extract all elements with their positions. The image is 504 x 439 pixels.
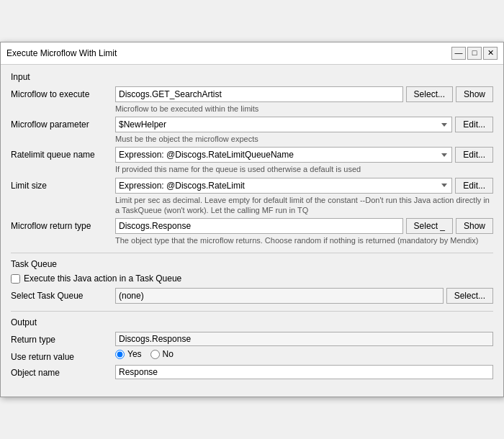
limit-size-edit-btn[interactable]: Edit...: [455, 178, 493, 194]
select-task-queue-label: Select Task Queue: [11, 288, 115, 301]
task-queue-section: Task Queue Execute this Java action in a…: [11, 259, 493, 304]
microflow-execute-input-row: Select... Show: [115, 86, 493, 102]
microflow-return-input-row: Select _ Show: [115, 218, 493, 234]
object-name-input[interactable]: [115, 365, 493, 379]
object-name-label: Object name: [11, 365, 115, 378]
microflow-execute-label: Microflow to execute: [11, 86, 115, 99]
return-type-input: [115, 332, 493, 346]
return-type-controls: [115, 332, 493, 346]
microflow-execute-hint: Microflow to be executed within the limi…: [115, 104, 493, 114]
minimize-button[interactable]: —: [451, 47, 466, 60]
select-task-queue-input: [115, 288, 444, 304]
limit-size-controls: Expression: @Discogs.RateLimit Edit... L…: [115, 178, 493, 216]
limit-size-hint: Limit per sec as decimal. Leave empty fo…: [115, 195, 493, 216]
microflow-parameter-hint: Must be the object the microflow expects: [115, 134, 493, 144]
use-return-yes-option: Yes: [115, 349, 142, 359]
section-divider-2: [11, 311, 493, 312]
limit-size-row: Limit size Expression: @Discogs.RateLimi…: [11, 178, 493, 216]
title-bar: Execute Microflow With Limit — □ ✕: [1, 42, 503, 65]
microflow-execute-input[interactable]: [115, 86, 403, 102]
microflow-execute-show-btn[interactable]: Show: [456, 86, 493, 102]
ratelimit-queue-controls: Expression: @Discogs.RateLimitQueueName …: [115, 147, 493, 174]
microflow-parameter-controls: $NewHelper Edit... Must be the object th…: [115, 117, 493, 144]
input-section: Input Microflow to execute Select... Sho…: [11, 72, 493, 246]
return-type-label: Return type: [11, 332, 115, 345]
ratelimit-queue-hint: If provided this name for the queue is u…: [115, 164, 493, 174]
use-return-label: Use return value: [11, 349, 115, 362]
select-task-queue-row: Select Task Queue Select...: [11, 288, 493, 304]
task-queue-checkbox-row: Execute this Java action in a Task Queue: [11, 273, 493, 284]
select-task-queue-input-row: Select...: [115, 288, 493, 304]
microflow-parameter-label: Microflow parameter: [11, 117, 115, 130]
limit-size-label: Limit size: [11, 178, 115, 191]
microflow-return-input[interactable]: [115, 218, 403, 234]
main-window: Execute Microflow With Limit — □ ✕ Input…: [0, 42, 504, 398]
output-section-label: Output: [11, 317, 493, 327]
microflow-parameter-select[interactable]: $NewHelper: [115, 117, 452, 132]
limit-size-select[interactable]: Expression: @Discogs.RateLimit: [115, 178, 452, 194]
microflow-return-show-btn[interactable]: Show: [456, 218, 493, 234]
window-title: Execute Microflow With Limit: [6, 48, 117, 58]
object-name-row: Object name: [11, 365, 493, 379]
return-type-row: Return type: [11, 332, 493, 346]
use-return-yes-label: Yes: [127, 349, 142, 359]
microflow-return-hint: The object type that the microflow retur…: [115, 235, 493, 245]
use-return-radio-row: Yes No: [115, 349, 493, 359]
section-divider-1: [11, 253, 493, 253]
output-section: Output Return type Use return value Yes: [11, 317, 493, 379]
use-return-no-label: No: [163, 349, 174, 359]
ratelimit-queue-edit-btn[interactable]: Edit...: [455, 147, 493, 163]
maximize-button[interactable]: □: [467, 47, 482, 60]
microflow-execute-select-btn[interactable]: Select...: [406, 86, 453, 102]
object-name-controls: [115, 365, 493, 379]
input-section-label: Input: [11, 72, 493, 82]
ratelimit-queue-label: Ratelimit queue name: [11, 147, 115, 160]
select-task-queue-controls: Select...: [115, 288, 493, 304]
ratelimit-queue-input-row: Expression: @Discogs.RateLimitQueueName …: [115, 147, 493, 163]
use-return-row: Use return value Yes No: [11, 349, 493, 362]
task-queue-section-label: Task Queue: [11, 259, 493, 269]
microflow-execute-controls: Select... Show Microflow to be executed …: [115, 86, 493, 114]
microflow-return-select-btn[interactable]: Select _: [406, 218, 453, 234]
limit-size-input-row: Expression: @Discogs.RateLimit Edit...: [115, 178, 493, 194]
task-queue-checkbox-label: Execute this Java action in a Task Queue: [24, 273, 181, 284]
content-area: Input Microflow to execute Select... Sho…: [1, 65, 503, 397]
close-button[interactable]: ✕: [483, 47, 498, 60]
window-controls: — □ ✕: [451, 47, 498, 60]
use-return-no-radio[interactable]: [150, 350, 160, 359]
microflow-parameter-input-row: $NewHelper Edit...: [115, 117, 493, 132]
select-task-queue-btn[interactable]: Select...: [446, 288, 493, 304]
microflow-parameter-edit-btn[interactable]: Edit...: [455, 117, 493, 132]
use-return-yes-radio[interactable]: [115, 350, 125, 359]
microflow-return-row: Microflow return type Select _ Show The …: [11, 218, 493, 245]
use-return-no-option: No: [150, 349, 174, 359]
microflow-return-controls: Select _ Show The object type that the m…: [115, 218, 493, 245]
task-queue-checkbox[interactable]: [11, 274, 20, 284]
ratelimit-queue-row: Ratelimit queue name Expression: @Discog…: [11, 147, 493, 174]
microflow-parameter-row: Microflow parameter $NewHelper Edit... M…: [11, 117, 493, 144]
microflow-return-label: Microflow return type: [11, 218, 115, 231]
ratelimit-queue-select[interactable]: Expression: @Discogs.RateLimitQueueName: [115, 147, 452, 163]
microflow-execute-row: Microflow to execute Select... Show Micr…: [11, 86, 493, 114]
use-return-controls: Yes No: [115, 349, 493, 359]
